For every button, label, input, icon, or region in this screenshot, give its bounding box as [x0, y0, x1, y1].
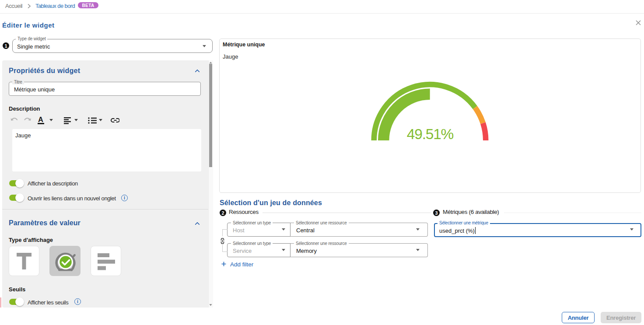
svg-text:A: A: [38, 116, 43, 123]
